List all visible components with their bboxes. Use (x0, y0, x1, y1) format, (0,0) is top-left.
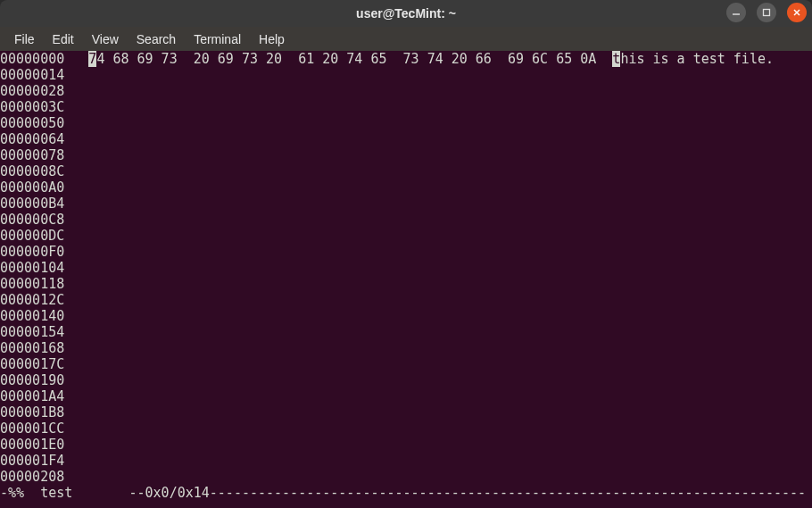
offset: 000001CC (0, 421, 64, 437)
offset: 000001B8 (0, 404, 64, 421)
maximize-icon (762, 8, 771, 17)
offset: 0000012C (0, 292, 64, 308)
offset: 000000DC (0, 228, 64, 244)
hex-row: 000000C8 (0, 212, 812, 228)
hex-row: 000000DC (0, 228, 812, 244)
hex-row: 00000168 (0, 340, 812, 356)
window-controls (726, 3, 807, 22)
offset: 00000064 (0, 131, 64, 147)
offset: 00000028 (0, 83, 64, 99)
offset: 00000154 (0, 324, 64, 340)
hex-row-0: 00000000 74 68 69 73 20 69 73 20 61 20 7… (0, 51, 812, 67)
hex-row: 00000050 (0, 115, 812, 131)
offset: 00000078 (0, 147, 64, 163)
menu-help[interactable]: Help (250, 29, 294, 50)
offset: 000001E0 (0, 437, 64, 453)
offset: 000001A4 (0, 388, 64, 404)
menu-file[interactable]: File (5, 29, 44, 50)
hex-row: 0000017C (0, 356, 812, 372)
hex-row: 000000A0 (0, 179, 812, 196)
hex-row: 000001F4 (0, 453, 812, 469)
offset: 0000017C (0, 356, 64, 372)
offset: 00000014 (0, 67, 64, 83)
offset: 000000C8 (0, 212, 64, 228)
titlebar: user@TecMint: ~ (0, 0, 812, 27)
hex-row: 000001E0 (0, 437, 812, 453)
offset: 000000B4 (0, 196, 64, 212)
offset: 0000003C (0, 99, 64, 115)
offset: 00000140 (0, 308, 64, 324)
minimize-button[interactable] (726, 3, 746, 22)
terminal-area[interactable]: 00000000 74 68 69 73 20 69 73 20 61 20 7… (0, 51, 812, 508)
hex-row: 0000012C (0, 292, 812, 308)
minimize-icon (732, 8, 741, 17)
hex-row: 00000118 (0, 276, 812, 292)
hex-bytes: 68 69 73 20 69 73 20 61 20 74 65 73 74 2… (104, 51, 612, 67)
ascii-text: his is a test file. (620, 51, 774, 67)
menu-edit[interactable]: Edit (44, 29, 83, 50)
hex-row: 00000208 (0, 469, 812, 485)
hex-row: 00000154 (0, 324, 812, 340)
menubar: File Edit View Search Terminal Help (0, 27, 812, 51)
menu-terminal[interactable]: Terminal (185, 29, 250, 50)
offset: 00000000 (0, 51, 64, 67)
menu-search[interactable]: Search (128, 29, 185, 50)
offset: 00000208 (0, 469, 64, 485)
status-line: -%% test --0x0/0x14---------------------… (0, 485, 812, 501)
hex-row: 00000078 (0, 147, 812, 163)
hex-row: 0000008C (0, 163, 812, 179)
window-title: user@TecMint: ~ (356, 6, 456, 21)
close-icon (792, 8, 801, 17)
hex-row: 000001A4 (0, 388, 812, 404)
hex-row: 0000003C (0, 99, 812, 115)
menu-view[interactable]: View (83, 29, 128, 50)
offset: 000001F4 (0, 453, 64, 469)
hex-row: 000000B4 (0, 196, 812, 212)
svg-rect-1 (764, 10, 770, 16)
hex-row: 00000064 (0, 131, 812, 147)
offset: 00000190 (0, 372, 64, 388)
hex-row: 00000140 (0, 308, 812, 324)
hex-row: 000001B8 (0, 404, 812, 421)
offset: 00000104 (0, 260, 64, 276)
maximize-button[interactable] (757, 3, 776, 22)
offset: 000000F0 (0, 244, 64, 260)
offset: 00000118 (0, 276, 64, 292)
offset: 00000168 (0, 340, 64, 356)
offset: 0000008C (0, 163, 64, 179)
hex-row: 00000028 (0, 83, 812, 99)
hex-row: 00000014 (0, 67, 812, 83)
hex-row: 000000F0 (0, 244, 812, 260)
hex-row: 00000190 (0, 372, 812, 388)
offset: 000000A0 (0, 179, 64, 196)
hex-row: 000001CC (0, 421, 812, 437)
offset: 00000050 (0, 115, 64, 131)
hex-row: 00000104 (0, 260, 812, 276)
close-button[interactable] (787, 3, 807, 22)
